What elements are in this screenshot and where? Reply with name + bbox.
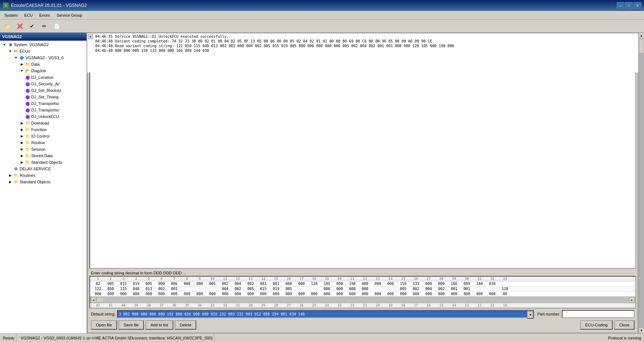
maximize-button[interactable]: □ xyxy=(625,2,633,9)
col-2: 2 xyxy=(104,277,117,281)
col-16: 16 xyxy=(282,277,295,281)
tree-item-storeddata[interactable]: ▶ 📁 Stored Data xyxy=(0,152,86,159)
computer-icon: 🖥 xyxy=(7,42,13,48)
scroll-vtrack[interactable] xyxy=(639,38,644,327)
tree-toggle-download[interactable]: ▶ xyxy=(19,121,25,125)
menu-service-group[interactable]: Service Group xyxy=(54,12,85,18)
default-string-input[interactable] xyxy=(118,311,527,317)
toolbar-delete-btn[interactable]: ❌ xyxy=(14,21,25,32)
scroll-down-btn[interactable]: ▼ xyxy=(639,327,644,333)
hex-scroll-row[interactable]: ◄ ► xyxy=(90,297,635,303)
tree-item-routines[interactable]: ▶ 📁 Routines xyxy=(0,172,86,179)
toolbar-open-btn[interactable]: 📁 xyxy=(1,21,13,32)
tree-label-download: Download xyxy=(31,121,49,125)
status-bar: Ready VGSNAG2 - VGS3_0403 (CANHS 1 on I+… xyxy=(0,333,644,342)
dj-icon-transport2: ⬤ xyxy=(25,107,31,113)
save-file-btn[interactable]: Save file xyxy=(118,320,144,330)
part-number-input[interactable] xyxy=(562,310,635,318)
folder-icon-data: 📁 xyxy=(25,61,31,67)
tree-item-data[interactable]: ▶ 📁 Data xyxy=(0,61,86,68)
right-scrollbar: ▲ ▼ xyxy=(638,33,644,333)
log-area: ✕ 04:46:35 Service VGSNAG2::DJ_UnlockECU… xyxy=(87,33,638,73)
status-ready: Ready xyxy=(1,334,16,342)
tree-item-vgsnag[interactable]: ▼ 🔷 VGSNAG2 - VGS3_0 xyxy=(0,54,86,61)
tree-panel: VGSNAG2 ▼ 🖥 System: VGSNAG2 ▼ 📂 ECUs xyxy=(0,33,87,333)
toolbar-new-btn[interactable]: 📄 xyxy=(51,21,63,32)
tree-toggle-routine[interactable]: ▶ xyxy=(19,141,25,144)
tree-toggle-system[interactable]: ▼ xyxy=(1,43,7,46)
tree-toggle-storeddata[interactable]: ▶ xyxy=(19,154,25,158)
tree-item-dj-location[interactable]: ⬤ DJ_Location xyxy=(0,74,86,81)
col-24: 24 xyxy=(384,277,397,281)
scroll-left-btn[interactable]: ◄ xyxy=(90,297,96,303)
tree-toggle-session[interactable]: ▶ xyxy=(19,147,25,151)
minimize-button[interactable]: — xyxy=(617,2,624,9)
tree-item-iocontrol[interactable]: ▶ 📁 IO Control xyxy=(0,133,86,139)
tree-item-stdobjects3[interactable]: ▶ 📁 Standard Objects xyxy=(0,159,86,166)
add-to-list-btn[interactable]: Add to list xyxy=(145,320,173,330)
tree-toggle-data[interactable]: ▶ xyxy=(19,62,25,66)
ecu-coding-btn[interactable]: ECU-Coding xyxy=(580,320,613,330)
toolbar-check-btn[interactable]: ✔ xyxy=(26,21,38,32)
col-21: 21 xyxy=(346,277,359,281)
tree-toggle-function[interactable]: ▶ xyxy=(19,128,25,131)
tree-label-data: Data xyxy=(31,62,40,66)
tree-item-stdobjects1[interactable]: ▶ 📁 Standard Objects xyxy=(0,179,86,185)
tree-label-dj-security: DJ_Security_Ac xyxy=(31,82,60,86)
tree-item-dj-blocksize[interactable]: ⬤ DJ_Set_Blocksiz xyxy=(0,87,86,94)
tree-item-delay[interactable]: ⚙ DELAY-SERVICE xyxy=(0,166,86,172)
scroll-thumb[interactable] xyxy=(96,297,104,302)
menu-errors[interactable]: Errors xyxy=(36,12,53,18)
tree-item-routine[interactable]: ▶ 📁 Routine xyxy=(0,139,86,146)
default-string-label: Default string: xyxy=(91,312,116,316)
tree-item-dj-unlock[interactable]: ⬤ DJ_UnlockECU xyxy=(0,113,86,120)
scroll-track[interactable] xyxy=(104,297,629,302)
tree-item-session[interactable]: ▶ 📁 Session xyxy=(0,146,86,152)
tree-label-stdobjects3: Standard Objects xyxy=(31,160,62,164)
toolbar-edit-btn[interactable]: ✏ xyxy=(39,21,50,32)
tree-label-stdobjects1: Standard Objects xyxy=(20,180,51,184)
tree-toggle-diagjob[interactable]: ▼ xyxy=(19,69,25,73)
tree-label-routine: Routine xyxy=(31,141,45,145)
tree-item-dj-transport2[interactable]: ⬤ DJ_Transportsc xyxy=(0,107,86,113)
tree-item-dj-transport1[interactable]: ⬤ DJ_Transportsc xyxy=(0,100,86,107)
col-25: 25 xyxy=(397,277,410,281)
tree-item-ecus[interactable]: ▼ 📂 ECUs xyxy=(0,48,86,54)
predefined-area[interactable] xyxy=(89,63,636,269)
dj-icon-blocksize: ⬤ xyxy=(25,87,31,93)
scroll-right-btn[interactable]: ► xyxy=(629,297,635,303)
close-button[interactable]: ✕ xyxy=(633,2,641,9)
tree-item-function[interactable]: ▶ 📁 Function xyxy=(0,126,86,133)
tree-toggle-stdobjects3[interactable]: ▶ xyxy=(19,160,25,164)
tree-item-diagjob[interactable]: ▼ 📂 DiagJob xyxy=(0,68,86,74)
tree-item-dj-security[interactable]: ⬤ DJ_Security_Ac xyxy=(0,81,86,87)
default-string-input-wrapper[interactable]: ▼ xyxy=(117,310,535,318)
delete-btn[interactable]: Delete xyxy=(175,320,197,330)
open-file-btn[interactable]: Open file xyxy=(91,320,117,330)
log-close-btn[interactable]: ✕ xyxy=(88,34,93,39)
scroll-vthumb[interactable] xyxy=(639,39,644,53)
tree-toggle-stdobjects1[interactable]: ▶ xyxy=(7,180,13,184)
tree-container[interactable]: ▼ 🖥 System: VGSNAG2 ▼ 📂 ECUs ▼ 🔷 xyxy=(0,41,86,333)
tree-toggle-vgsnag[interactable]: ▼ xyxy=(13,56,19,60)
close-dialog-btn[interactable]: Close xyxy=(614,320,635,330)
tree-toggle-ecus[interactable]: ▼ xyxy=(7,49,13,53)
default-string-dropdown-btn[interactable]: ▼ xyxy=(527,311,534,319)
tree-toggle-routines[interactable]: ▶ xyxy=(7,174,13,177)
tree-item-dj-timing[interactable]: ⬤ DJ_Set_Timing xyxy=(0,94,86,100)
tree-item-system[interactable]: ▼ 🖥 System: VGSNAG2 xyxy=(0,41,86,48)
dj-icon-transport1: ⬤ xyxy=(25,101,31,106)
col-11: 11 xyxy=(219,277,232,281)
col-23: 23 xyxy=(371,277,384,281)
tree-item-download[interactable]: ▶ 📁 Download xyxy=(0,120,86,126)
folder-icon-routines: 📁 xyxy=(13,172,19,178)
hex-header-row: 1 2 3 4 5 6 7 8 9 10 11 12 13 xyxy=(90,277,635,281)
folder-icon-routine: 📁 xyxy=(25,140,31,146)
menu-ecu[interactable]: ECU xyxy=(21,12,36,18)
col-7: 7 xyxy=(168,277,181,281)
menu-system[interactable]: System xyxy=(1,12,21,18)
scroll-up-btn[interactable]: ▲ xyxy=(639,33,644,38)
col-29: 29 xyxy=(448,277,460,281)
col-9: 9 xyxy=(193,277,206,281)
tree-toggle-iocontrol[interactable]: ▶ xyxy=(19,134,25,138)
